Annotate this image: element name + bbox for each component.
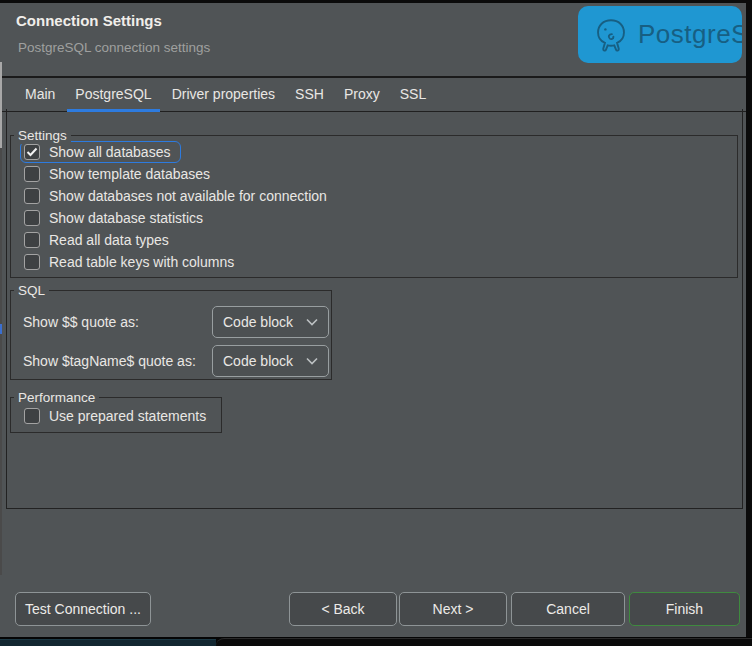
background-window-corner: [216, 638, 752, 646]
tab-bar: Main PostgreSQL Driver properties SSH Pr…: [0, 78, 746, 112]
tab-main[interactable]: Main: [17, 78, 63, 112]
sql-group: SQL Show $$ quote as: Code block Show $t…: [10, 290, 332, 380]
page-title: Connection Settings: [16, 12, 162, 29]
checkbox-icon[interactable]: [24, 408, 40, 424]
checkbox-label: Show databases not available for connect…: [49, 188, 327, 204]
tab-label: Proxy: [344, 86, 380, 102]
checkbox-icon[interactable]: [24, 188, 40, 204]
checkbox-label: Read all data types: [49, 232, 169, 248]
background-window-edge: [0, 639, 216, 646]
cancel-button[interactable]: Cancel: [511, 592, 625, 626]
performance-group: Performance Use prepared statements: [10, 397, 222, 433]
tagname-quote-select[interactable]: Code block: [212, 345, 329, 377]
checkbox-checked-icon[interactable]: [24, 144, 40, 160]
back-button[interactable]: < Back: [289, 592, 397, 626]
checkbox-row-show-database-statistics[interactable]: Show database statistics: [11, 207, 737, 229]
finish-button[interactable]: Finish: [629, 592, 740, 626]
checkbox-label: Use prepared statements: [49, 408, 206, 424]
selected-option: Code block: [223, 314, 293, 330]
postgresql-elephant-icon: [592, 15, 630, 55]
checkbox-icon[interactable]: [24, 210, 40, 226]
settings-group: Settings Show all databases Show templat…: [10, 135, 738, 278]
button-label: Test Connection ...: [25, 601, 141, 617]
next-button[interactable]: Next >: [399, 592, 507, 626]
screen: Connection Settings PostgreSQL connectio…: [0, 0, 752, 646]
test-connection-button[interactable]: Test Connection ...: [15, 592, 151, 626]
checkbox-label: Show database statistics: [49, 210, 203, 226]
tab-label: PostgreSQL: [75, 86, 151, 102]
checkbox-icon[interactable]: [24, 166, 40, 182]
settings-group-label: Settings: [14, 127, 71, 144]
sql-row-dollar-quote: Show $$ quote as: Code block: [11, 306, 331, 338]
tagname-quote-label: Show $tagName$ quote as:: [23, 353, 196, 369]
tab-label: SSH: [295, 86, 324, 102]
checkbox-icon[interactable]: [24, 232, 40, 248]
desktop-bottom-strip: [0, 637, 752, 646]
focus-ring: Show all databases: [20, 141, 181, 163]
checkbox-row-show-template-databases[interactable]: Show template databases: [11, 163, 737, 185]
checkbox-row-show-all-databases[interactable]: Show all databases: [11, 141, 737, 163]
button-label: Finish: [666, 601, 703, 617]
sql-group-label: SQL: [14, 282, 49, 299]
checkbox-row-show-databases-not-available[interactable]: Show databases not available for connect…: [11, 185, 737, 207]
button-label: < Back: [321, 601, 364, 617]
chevron-down-icon: [306, 318, 318, 326]
sql-row-tagname-quote: Show $tagName$ quote as: Code block: [11, 345, 331, 377]
dollar-quote-select[interactable]: Code block: [212, 306, 329, 338]
tab-postgresql[interactable]: PostgreSQL: [67, 78, 159, 112]
checkbox-row-read-table-keys[interactable]: Read table keys with columns: [11, 251, 737, 273]
tab-label: Driver properties: [172, 86, 275, 102]
dialog-header: Connection Settings PostgreSQL connectio…: [0, 3, 746, 78]
button-label: Next >: [433, 601, 474, 617]
background-window-sliver: [0, 62, 2, 575]
tab-ssh[interactable]: SSH: [287, 78, 332, 112]
connection-settings-dialog: Connection Settings PostgreSQL connectio…: [0, 3, 746, 637]
postgresql-brand-text: PostgreSQL: [638, 19, 742, 50]
performance-group-label: Performance: [14, 389, 99, 406]
tab-label: Main: [25, 86, 55, 102]
checkbox-label: Show template databases: [49, 166, 210, 182]
checkbox-label: Read table keys with columns: [49, 254, 234, 270]
button-label: Cancel: [546, 601, 590, 617]
tab-driver-properties[interactable]: Driver properties: [164, 78, 283, 112]
tab-label: SSL: [400, 86, 426, 102]
checkbox-row-read-all-data-types[interactable]: Read all data types: [11, 229, 737, 251]
checkbox-row-use-prepared-statements[interactable]: Use prepared statements: [11, 405, 221, 427]
tab-proxy[interactable]: Proxy: [336, 78, 388, 112]
chevron-down-icon: [306, 357, 318, 365]
postgresql-brand-badge: PostgreSQL: [578, 6, 742, 63]
selected-option: Code block: [223, 353, 293, 369]
checkbox-icon[interactable]: [24, 254, 40, 270]
checkbox-label: Show all databases: [49, 144, 170, 160]
page-subtitle: PostgreSQL connection settings: [18, 40, 210, 55]
dollar-quote-label: Show $$ quote as:: [23, 314, 139, 330]
tab-ssl[interactable]: SSL: [392, 78, 434, 112]
